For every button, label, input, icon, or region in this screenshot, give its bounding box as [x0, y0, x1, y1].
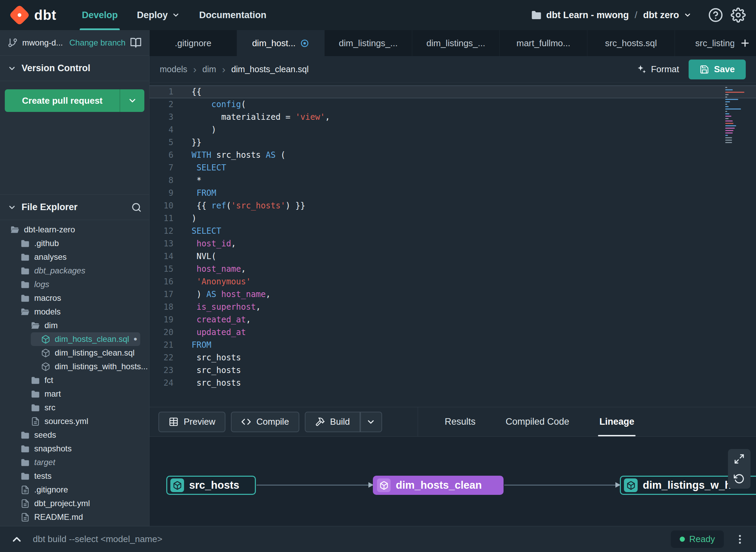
tree-item-dim-listings-clean-sql[interactable]: dim_listings_clean.sql — [0, 346, 149, 360]
editor-tab-mart-fullmo[interactable]: mart_fullmo... — [500, 30, 587, 56]
code-line-22[interactable]: 22 src_hosts — [149, 351, 756, 364]
tree-item-gitignore[interactable]: .gitignore — [0, 483, 149, 497]
lineage-canvas[interactable]: src_hosts dim_hosts_clean dim_listings_w… — [149, 436, 756, 526]
change-branch-link[interactable]: Change branch — [69, 38, 126, 48]
project-selector[interactable]: dbt Learn - mwong / dbt zero — [531, 10, 692, 21]
code-line-7[interactable]: 7 SELECT — [149, 162, 756, 174]
version-control-header[interactable]: Version Control — [0, 56, 149, 81]
file-icon — [21, 499, 30, 508]
modified-dot: • — [133, 334, 143, 344]
tree-item-tests[interactable]: tests — [0, 469, 149, 483]
code-line-20[interactable]: 20 updated_at — [149, 326, 756, 339]
tree-item-target[interactable]: target — [0, 455, 149, 469]
chevron-up-icon[interactable] — [10, 533, 23, 546]
file-explorer-header[interactable]: File Explorer — [0, 195, 149, 220]
tree-item-logs[interactable]: logs — [0, 278, 149, 291]
tree-item-seeds[interactable]: seeds — [0, 428, 149, 442]
create-pr-label: Create pull request — [5, 89, 120, 112]
preview-button[interactable]: Preview — [158, 412, 225, 432]
tree-item-sources-yml[interactable]: sources.yml — [0, 414, 149, 428]
tree-item-src[interactable]: src — [0, 401, 149, 414]
nav-develop[interactable]: Develop — [72, 0, 127, 30]
code-line-18[interactable]: 18 is_superhost, — [149, 301, 756, 313]
editor-tab-gitignore[interactable]: .gitignore — [149, 30, 237, 56]
code-editor[interactable]: 1{{2 config(3 materialized = 'view',4 )5… — [149, 83, 756, 407]
tree-item-dbt-project-yml[interactable]: dbt_project.yml — [0, 497, 149, 510]
tree-item-dim[interactable]: dim — [0, 319, 149, 332]
code-line-17[interactable]: 17 ) AS host_name, — [149, 288, 756, 301]
reset-view-button[interactable] — [728, 469, 751, 489]
tree-item-snapshots[interactable]: snapshots — [0, 442, 149, 455]
chevron-right-icon: › — [222, 64, 225, 75]
tree-item-dbt-packages[interactable]: dbt_packages — [0, 264, 149, 278]
section-title: Version Control — [22, 63, 90, 74]
tree-item-dim-listings-with-hosts[interactable]: dim_listings_with_hosts... — [0, 360, 149, 373]
code-line-11[interactable]: 11) — [149, 212, 756, 225]
code-line-21[interactable]: 21FROM — [149, 339, 756, 351]
code-line-23[interactable]: 23 src_hosts — [149, 364, 756, 377]
nav-label: Documentation — [199, 10, 266, 21]
crumb-dim[interactable]: dim — [203, 64, 216, 74]
lineage-node-dim-hosts-clean[interactable]: dim_hosts_clean — [373, 476, 504, 495]
lineage-node-src-hosts[interactable]: src_hosts — [166, 476, 256, 495]
crumb-models[interactable]: models — [160, 64, 187, 74]
code-line-24[interactable]: 24 src_hosts — [149, 377, 756, 389]
tree-item-mart[interactable]: mart — [0, 387, 149, 401]
format-button[interactable]: Format — [627, 60, 689, 79]
dbt-brand[interactable]: dbt — [10, 6, 56, 24]
build-dropdown-button[interactable] — [360, 412, 382, 432]
build-button[interactable]: Build — [305, 412, 360, 432]
tab-lineage[interactable]: Lineage — [584, 407, 649, 436]
tree-item-models[interactable]: models — [0, 305, 149, 319]
tree-item-fct[interactable]: fct — [0, 373, 149, 387]
tab-results[interactable]: Results — [430, 407, 491, 436]
editor-tab-src-hosts-sql[interactable]: src_hosts.sql — [587, 30, 675, 56]
tree-item-label: mart — [44, 389, 61, 399]
tab-compiled-code[interactable]: Compiled Code — [491, 407, 584, 436]
kebab-menu-icon[interactable] — [734, 534, 746, 545]
compile-button[interactable]: Compile — [231, 412, 299, 432]
code-line-13[interactable]: 13 host_id, — [149, 238, 756, 250]
minimap[interactable] — [725, 87, 746, 144]
tree-item-macros[interactable]: macros — [0, 291, 149, 305]
code-line-6[interactable]: 6WITH src_hosts AS ( — [149, 149, 756, 162]
tree-item-dim-hosts-clean-sql[interactable]: dim_hosts_clean.sql• — [31, 332, 140, 346]
folder-icon — [21, 239, 30, 248]
code-line-8[interactable]: 8 * — [149, 174, 756, 187]
code-line-9[interactable]: 9 FROM — [149, 187, 756, 200]
nav-deploy[interactable]: Deploy — [127, 0, 190, 30]
save-button[interactable]: Save — [689, 60, 746, 79]
code-line-14[interactable]: 14 NVL( — [149, 250, 756, 263]
fullscreen-button[interactable] — [728, 449, 751, 469]
settings-gear-button[interactable] — [731, 8, 746, 23]
code-line-3[interactable]: 3 materialized = 'view', — [149, 111, 756, 124]
tree-item-readme-md[interactable]: README.md — [0, 510, 149, 524]
tree-item-github[interactable]: .github — [0, 236, 149, 250]
editor-tab-dim-listings[interactable]: dim_listings_... — [325, 30, 412, 56]
code-line-12[interactable]: 12SELECT — [149, 225, 756, 238]
modified-indicator-icon — [300, 39, 309, 48]
code-line-16[interactable]: 16 'Anonymous' — [149, 275, 756, 288]
code-line-2[interactable]: 2 config( — [149, 98, 756, 111]
help-button[interactable] — [708, 8, 723, 23]
build-button-group: Build — [305, 412, 382, 432]
docs-book-icon[interactable] — [130, 37, 142, 49]
create-pr-button[interactable]: Create pull request — [5, 89, 144, 112]
nav-documentation[interactable]: Documentation — [190, 0, 276, 30]
create-pr-dropdown-button[interactable] — [120, 89, 144, 112]
code-line-4[interactable]: 4 ) — [149, 124, 756, 136]
editor-tab-dim-host[interactable]: dim_host... — [237, 30, 325, 56]
code-line-5[interactable]: 5}} — [149, 136, 756, 149]
code-line-19[interactable]: 19 created_at, — [149, 313, 756, 326]
code-line-1[interactable]: 1{{ — [149, 86, 756, 98]
tree-item-analyses[interactable]: analyses — [0, 250, 149, 264]
tree-item-label: dim_hosts_clean.sql — [55, 334, 129, 344]
editor-tab-dim-listings[interactable]: dim_listings_... — [412, 30, 500, 56]
file-icon — [31, 417, 40, 426]
code-line-15[interactable]: 15 host_name, — [149, 263, 756, 275]
new-tab-button[interactable] — [734, 30, 756, 56]
tree-item-dbt-learn-zero[interactable]: dbt-learn-zero — [0, 223, 149, 236]
search-icon[interactable] — [131, 202, 142, 213]
command-input[interactable]: dbt build --select <model_name> — [33, 534, 162, 544]
code-line-10[interactable]: 10 {{ ref('src_hosts') }} — [149, 200, 756, 212]
